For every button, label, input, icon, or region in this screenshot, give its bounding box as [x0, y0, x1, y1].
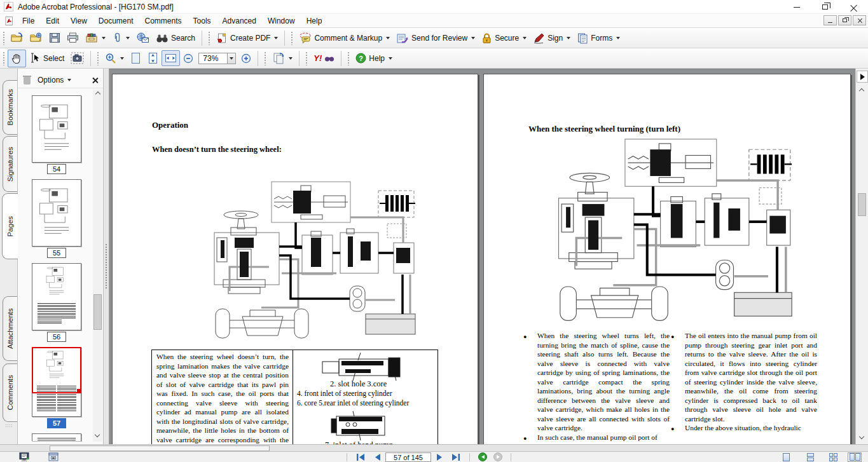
menu-view[interactable]: View [65, 15, 93, 27]
scroll-down-icon[interactable] [95, 432, 100, 437]
restore-button[interactable] [811, 0, 839, 14]
doc-restore-button[interactable] [838, 15, 851, 25]
thumbnail-label-55[interactable]: 55 [47, 248, 66, 258]
thumbnail-page-58-partial[interactable] [32, 433, 81, 441]
page-display-button[interactable] [269, 50, 296, 67]
toolbar-grip[interactable] [3, 31, 5, 45]
menu-advanced[interactable]: Advanced [217, 15, 262, 27]
tab-pages[interactable]: Pages [2, 193, 18, 259]
print-button[interactable] [64, 30, 82, 46]
continuous-layout-button[interactable] [803, 452, 817, 462]
fit-page-button[interactable] [144, 50, 162, 67]
status-tray-icon[interactable] [48, 452, 59, 461]
fit-width-button[interactable] [162, 50, 180, 66]
menu-file[interactable]: File [17, 15, 40, 27]
select-tool-button[interactable]: Select [26, 50, 67, 67]
thumbnail-page-56[interactable] [32, 263, 81, 330]
scroll-down-icon[interactable] [859, 434, 864, 439]
expand-pane-button[interactable] [857, 71, 868, 83]
open-button[interactable] [8, 30, 27, 46]
close-button[interactable] [839, 0, 868, 14]
send-for-review-button[interactable]: Send for Review [393, 30, 478, 46]
view-resize-handle[interactable] [77, 389, 81, 393]
horizontal-scrollbar-thumb[interactable] [50, 445, 270, 451]
document-view[interactable]: Operation When doesn’t turn the steering… [109, 69, 855, 444]
thumbnail-page-57[interactable] [32, 347, 81, 417]
tab-comments[interactable]: Comments [3, 363, 17, 422]
scroll-up-icon[interactable] [859, 88, 864, 93]
toolbar-grip[interactable] [208, 31, 210, 45]
toolbar-grip[interactable] [97, 51, 99, 65]
single-page-layout-button[interactable] [779, 452, 793, 462]
current-view-indicator[interactable] [32, 347, 81, 393]
last-page-button[interactable] [448, 452, 464, 462]
menu-help[interactable]: Help [301, 15, 328, 27]
pages-panel-scrollbar[interactable] [93, 90, 102, 442]
zoom-out-button[interactable] [180, 51, 196, 66]
zoom-in-button[interactable] [238, 51, 254, 66]
reading-mode-icon[interactable] [19, 452, 29, 461]
doc-close-button[interactable] [853, 15, 866, 25]
thumbnail-label-57[interactable]: 57 [47, 418, 66, 428]
thumbnail-label-56[interactable]: 56 [47, 332, 66, 342]
document-scrollbar-thumb[interactable] [858, 193, 866, 216]
search-button[interactable]: Search [153, 31, 198, 46]
menu-comments[interactable]: Comments [139, 15, 188, 27]
zoom-tool-button[interactable] [102, 50, 127, 67]
doc-minimize-button[interactable] [823, 15, 837, 25]
save-button[interactable] [46, 30, 64, 46]
hand-tool-button[interactable] [8, 50, 26, 67]
email-button[interactable] [133, 30, 153, 46]
panel-close-button[interactable] [92, 77, 98, 83]
thumbnail-label-54[interactable]: 54 [47, 164, 66, 174]
minimize-button[interactable] [782, 0, 811, 14]
tab-bookmarks[interactable]: Bookmarks [3, 80, 17, 135]
attach-button[interactable] [109, 30, 133, 46]
previous-view-button[interactable] [478, 452, 487, 461]
zoom-level-combo[interactable]: 73% [196, 52, 238, 65]
facing-layout-button[interactable] [848, 452, 862, 462]
toolbar-grip[interactable] [264, 51, 266, 65]
menu-window[interactable]: Window [262, 15, 301, 27]
page-indicator[interactable]: 57 of 145 [385, 452, 431, 462]
title-bar: Adobe Acrobat Professional - [HG170 SM.p… [0, 0, 868, 14]
toolbar-grip[interactable] [291, 31, 293, 45]
previous-page-button[interactable] [369, 452, 385, 462]
sign-button[interactable]: Sign [530, 30, 574, 46]
menu-tools[interactable]: Tools [188, 15, 217, 27]
tab-signatures[interactable]: Signatures [3, 136, 17, 192]
secure-button[interactable]: Secure [478, 30, 530, 46]
document-scrollbar[interactable] [855, 69, 868, 451]
panel-splitter[interactable] [104, 69, 109, 444]
create-pdf-button[interactable]: Create PDF [213, 30, 281, 46]
tab-attachments[interactable]: Attachments [3, 296, 17, 361]
splitter-grip[interactable] [105, 243, 108, 289]
horizontal-scrollbar[interactable] [0, 444, 868, 451]
pages-scrollbar-thumb[interactable] [93, 294, 102, 330]
continuous-facing-layout-button[interactable] [826, 452, 840, 462]
scroll-up-icon[interactable] [95, 92, 100, 97]
next-view-button[interactable] [493, 452, 502, 461]
zoom-combo-arrow[interactable] [228, 53, 236, 64]
toolbar-grip[interactable] [347, 51, 350, 65]
menu-document[interactable]: Document [93, 15, 139, 27]
thumbnail-page-54[interactable] [32, 95, 81, 163]
organizer-button[interactable] [82, 30, 109, 46]
create-pdf-icon [216, 32, 228, 44]
help-button[interactable]: ? Help [352, 50, 396, 66]
toolbar-grip[interactable] [305, 51, 308, 65]
snapshot-tool-button[interactable] [67, 50, 87, 67]
next-page-button[interactable] [431, 452, 448, 462]
toolbar-grip[interactable] [3, 51, 5, 65]
options-menu-button[interactable]: Options [38, 76, 71, 85]
open-web-button[interactable] [27, 30, 46, 46]
first-page-button[interactable] [352, 452, 369, 462]
yahoo-messenger-button[interactable]: Y! [310, 51, 338, 65]
forms-button[interactable]: Forms [574, 30, 623, 46]
trash-icon[interactable] [23, 75, 31, 85]
zoom-level-value[interactable]: 73% [198, 53, 228, 64]
comment-markup-button[interactable]: Comment & Markup [296, 30, 393, 46]
menu-edit[interactable]: Edit [40, 15, 65, 27]
thumbnail-page-55[interactable] [32, 179, 81, 247]
actual-size-button[interactable] [127, 50, 144, 67]
